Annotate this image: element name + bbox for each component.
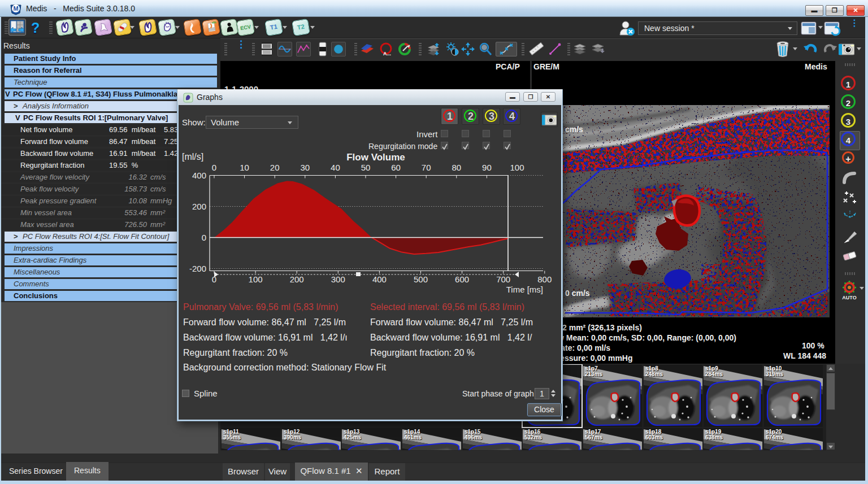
svg-text:ECV: ECV xyxy=(240,24,251,31)
svg-text:10: 10 xyxy=(240,163,249,172)
svg-text:AUTO: AUTO xyxy=(842,295,856,300)
svg-text:30: 30 xyxy=(300,163,310,172)
svg-text:200: 200 xyxy=(290,274,304,284)
svg-text:70: 70 xyxy=(422,163,431,172)
svg-text:500: 500 xyxy=(414,274,428,284)
svg-text:80: 80 xyxy=(452,163,461,172)
svg-text:0: 0 xyxy=(202,233,206,242)
svg-text:A...: A... xyxy=(383,51,391,56)
svg-text:300: 300 xyxy=(331,274,345,284)
svg-text:T1: T1 xyxy=(270,23,278,31)
svg-text:600: 600 xyxy=(455,274,469,284)
svg-text:Flow Volume: Flow Volume xyxy=(346,152,405,163)
svg-text:400: 400 xyxy=(372,274,387,284)
svg-text:[ml/s]: [ml/s] xyxy=(182,152,203,162)
svg-text:800: 800 xyxy=(537,274,552,284)
svg-text:90: 90 xyxy=(482,163,492,172)
svg-text:20: 20 xyxy=(270,163,280,172)
svg-text:T2: T2 xyxy=(297,23,305,31)
svg-text:xls: xls xyxy=(212,20,217,24)
svg-text:200: 200 xyxy=(192,202,206,211)
svg-text:50: 50 xyxy=(361,163,371,172)
svg-text:M: M xyxy=(13,5,18,12)
svg-text:100: 100 xyxy=(510,163,524,172)
svg-text:60: 60 xyxy=(391,163,401,172)
svg-text:100: 100 xyxy=(249,274,263,284)
svg-text:-200: -200 xyxy=(189,264,206,273)
svg-text:40: 40 xyxy=(331,163,340,172)
svg-text:Time [ms]: Time [ms] xyxy=(506,285,543,294)
svg-text:0: 0 xyxy=(212,163,216,172)
svg-text:400: 400 xyxy=(192,171,206,180)
svg-text:700: 700 xyxy=(496,274,510,284)
